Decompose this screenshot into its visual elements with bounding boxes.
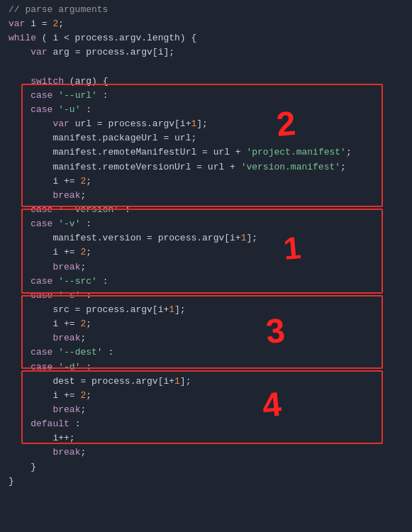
line-6: switch (arg) { <box>6 74 412 89</box>
line-7: case '--url' : <box>6 89 412 103</box>
line-11: manifest.remoteManifestUrl = url + 'proj… <box>6 145 412 160</box>
line-16: case '-v' : <box>6 217 412 231</box>
line-32: break; <box>6 445 412 460</box>
line-5 <box>6 60 412 74</box>
line-30: default : <box>6 417 412 431</box>
code-editor: // parse arguments var i = 2; while ( i … <box>0 0 412 492</box>
line-8: case '-u' : <box>6 103 412 117</box>
line-12: manifest.remoteVersionUrl = url + 'versi… <box>6 160 412 174</box>
line-34: } <box>6 475 412 489</box>
line-22: src = process.argv[i+1]; <box>6 303 412 317</box>
line-28: i += 2; <box>6 389 412 403</box>
line-31: i++; <box>6 431 412 445</box>
line-2: var i = 2; <box>6 17 412 31</box>
line-13: i += 2; <box>6 174 412 189</box>
line-20: case '--src' : <box>6 275 412 289</box>
line-19: break; <box>6 260 412 275</box>
line-9: var url = process.argv[i+1]; <box>6 117 412 131</box>
line-14: break; <box>6 189 412 203</box>
line-4: var arg = process.argv[i]; <box>6 45 412 60</box>
line-15: case '--version' : <box>6 203 412 217</box>
line-23: i += 2; <box>6 317 412 331</box>
line-21: case '-s' : <box>6 289 412 303</box>
line-25: case '--dest' : <box>6 345 412 360</box>
line-29: break; <box>6 403 412 417</box>
line-17: manifest.version = process.argv[i+1]; <box>6 231 412 245</box>
line-26: case '-d' : <box>6 360 412 375</box>
line-18: i += 2; <box>6 245 412 260</box>
line-24: break; <box>6 331 412 345</box>
line-3: while ( i < process.argv.length) { <box>6 31 412 45</box>
line-33: } <box>6 460 412 475</box>
line-27: dest = process.argv[i+1]; <box>6 375 412 389</box>
line-10: manifest.packageUrl = url; <box>6 131 412 145</box>
line-1: // parse arguments <box>6 3 412 17</box>
